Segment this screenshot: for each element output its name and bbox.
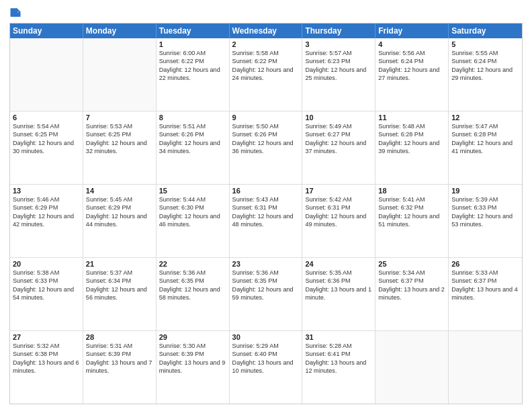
cell-info: Sunrise: 5:36 AM Sunset: 6:35 PM Dayligh… xyxy=(159,269,226,302)
cell-info: Sunrise: 5:29 AM Sunset: 6:40 PM Dayligh… xyxy=(232,342,300,375)
day-number: 5 xyxy=(451,40,519,48)
page-header xyxy=(9,7,523,19)
calendar-cell-7: 7Sunrise: 5:53 AM Sunset: 6:25 PM Daylig… xyxy=(83,111,157,184)
calendar-cell-empty xyxy=(449,331,522,404)
calendar-cell-6: 6Sunrise: 5:54 AM Sunset: 6:25 PM Daylig… xyxy=(10,111,83,184)
cell-info: Sunrise: 5:34 AM Sunset: 6:37 PM Dayligh… xyxy=(378,269,445,302)
calendar-cell-empty xyxy=(83,38,157,111)
calendar-cell-23: 23Sunrise: 5:36 AM Sunset: 6:35 PM Dayli… xyxy=(230,258,303,330)
calendar-cell-12: 12Sunrise: 5:47 AM Sunset: 6:28 PM Dayli… xyxy=(449,111,522,184)
calendar-cell-empty xyxy=(375,331,449,404)
cell-info: Sunrise: 5:47 AM Sunset: 6:28 PM Dayligh… xyxy=(451,122,519,155)
header-day-friday: Friday xyxy=(375,24,449,38)
calendar-cell-13: 13Sunrise: 5:46 AM Sunset: 6:29 PM Dayli… xyxy=(10,185,83,257)
cell-info: Sunrise: 5:38 AM Sunset: 6:33 PM Dayligh… xyxy=(13,269,80,302)
cell-info: Sunrise: 5:55 AM Sunset: 6:24 PM Dayligh… xyxy=(451,49,519,82)
calendar-cell-8: 8Sunrise: 5:51 AM Sunset: 6:26 PM Daylig… xyxy=(157,111,230,184)
cell-info: Sunrise: 5:36 AM Sunset: 6:35 PM Dayligh… xyxy=(232,269,300,302)
cell-info: Sunrise: 5:32 AM Sunset: 6:38 PM Dayligh… xyxy=(13,342,80,375)
calendar-cell-28: 28Sunrise: 5:31 AM Sunset: 6:39 PM Dayli… xyxy=(83,331,157,404)
calendar-cell-25: 25Sunrise: 5:34 AM Sunset: 6:37 PM Dayli… xyxy=(375,258,449,330)
calendar-cell-14: 14Sunrise: 5:45 AM Sunset: 6:29 PM Dayli… xyxy=(83,185,157,257)
cell-info: Sunrise: 5:44 AM Sunset: 6:30 PM Dayligh… xyxy=(159,195,226,228)
day-number: 27 xyxy=(13,333,80,341)
day-number: 9 xyxy=(232,113,300,122)
calendar-cell-20: 20Sunrise: 5:38 AM Sunset: 6:33 PM Dayli… xyxy=(10,258,83,330)
day-number: 24 xyxy=(305,260,372,268)
day-number: 19 xyxy=(451,187,519,195)
calendar-cell-4: 4Sunrise: 5:56 AM Sunset: 6:24 PM Daylig… xyxy=(375,38,449,111)
calendar-cell-19: 19Sunrise: 5:39 AM Sunset: 6:33 PM Dayli… xyxy=(449,185,522,257)
cell-info: Sunrise: 5:41 AM Sunset: 6:32 PM Dayligh… xyxy=(378,195,445,228)
calendar-cell-9: 9Sunrise: 5:50 AM Sunset: 6:26 PM Daylig… xyxy=(230,111,303,184)
day-number: 10 xyxy=(305,113,372,122)
cell-info: Sunrise: 5:51 AM Sunset: 6:26 PM Dayligh… xyxy=(159,122,226,155)
calendar-header: SundayMondayTuesdayWednesdayThursdayFrid… xyxy=(10,24,522,38)
day-number: 14 xyxy=(86,187,153,195)
cell-info: Sunrise: 5:53 AM Sunset: 6:25 PM Dayligh… xyxy=(86,122,153,155)
day-number: 17 xyxy=(305,187,372,195)
cell-info: Sunrise: 5:58 AM Sunset: 6:22 PM Dayligh… xyxy=(232,49,300,82)
cell-info: Sunrise: 5:33 AM Sunset: 6:37 PM Dayligh… xyxy=(451,269,519,302)
cell-info: Sunrise: 5:30 AM Sunset: 6:39 PM Dayligh… xyxy=(159,342,226,375)
logo-icon xyxy=(9,7,21,19)
day-number: 29 xyxy=(159,333,226,341)
cell-info: Sunrise: 5:45 AM Sunset: 6:29 PM Dayligh… xyxy=(86,195,153,228)
header-day-saturday: Saturday xyxy=(449,24,522,38)
calendar-row-3: 13Sunrise: 5:46 AM Sunset: 6:29 PM Dayli… xyxy=(10,184,522,257)
day-number: 6 xyxy=(13,113,80,122)
day-number: 2 xyxy=(232,40,300,48)
cell-info: Sunrise: 5:28 AM Sunset: 6:41 PM Dayligh… xyxy=(305,342,372,375)
day-number: 20 xyxy=(13,260,80,268)
calendar-cell-21: 21Sunrise: 5:37 AM Sunset: 6:34 PM Dayli… xyxy=(83,258,157,330)
cell-info: Sunrise: 5:48 AM Sunset: 6:28 PM Dayligh… xyxy=(378,122,445,155)
header-day-wednesday: Wednesday xyxy=(230,24,303,38)
day-number: 4 xyxy=(378,40,445,48)
calendar-cell-15: 15Sunrise: 5:44 AM Sunset: 6:30 PM Dayli… xyxy=(157,185,230,257)
cell-info: Sunrise: 5:57 AM Sunset: 6:23 PM Dayligh… xyxy=(305,49,372,82)
day-number: 3 xyxy=(305,40,372,48)
calendar-cell-1: 1Sunrise: 6:00 AM Sunset: 6:22 PM Daylig… xyxy=(157,38,230,111)
calendar-cell-17: 17Sunrise: 5:42 AM Sunset: 6:31 PM Dayli… xyxy=(302,185,375,257)
cell-info: Sunrise: 5:35 AM Sunset: 6:36 PM Dayligh… xyxy=(305,269,372,302)
cell-info: Sunrise: 5:42 AM Sunset: 6:31 PM Dayligh… xyxy=(305,195,372,228)
calendar-cell-16: 16Sunrise: 5:43 AM Sunset: 6:31 PM Dayli… xyxy=(230,185,303,257)
day-number: 21 xyxy=(86,260,153,268)
logo xyxy=(9,7,23,19)
calendar-cell-31: 31Sunrise: 5:28 AM Sunset: 6:41 PM Dayli… xyxy=(302,331,375,404)
cell-info: Sunrise: 5:37 AM Sunset: 6:34 PM Dayligh… xyxy=(86,269,153,302)
day-number: 22 xyxy=(159,260,226,268)
day-number: 31 xyxy=(305,333,372,341)
calendar-cell-18: 18Sunrise: 5:41 AM Sunset: 6:32 PM Dayli… xyxy=(375,185,449,257)
cell-info: Sunrise: 5:56 AM Sunset: 6:24 PM Dayligh… xyxy=(378,49,445,82)
day-number: 8 xyxy=(159,113,226,122)
day-number: 23 xyxy=(232,260,300,268)
cell-info: Sunrise: 5:39 AM Sunset: 6:33 PM Dayligh… xyxy=(451,195,519,228)
calendar-cell-22: 22Sunrise: 5:36 AM Sunset: 6:35 PM Dayli… xyxy=(157,258,230,330)
calendar-cell-10: 10Sunrise: 5:49 AM Sunset: 6:27 PM Dayli… xyxy=(302,111,375,184)
header-day-tuesday: Tuesday xyxy=(157,24,230,38)
day-number: 12 xyxy=(451,113,519,122)
cell-info: Sunrise: 5:31 AM Sunset: 6:39 PM Dayligh… xyxy=(86,342,153,375)
day-number: 1 xyxy=(159,40,226,48)
day-number: 16 xyxy=(232,187,300,195)
svg-rect-2 xyxy=(11,8,18,17)
cell-info: Sunrise: 5:49 AM Sunset: 6:27 PM Dayligh… xyxy=(305,122,372,155)
calendar-cell-30: 30Sunrise: 5:29 AM Sunset: 6:40 PM Dayli… xyxy=(230,331,303,404)
header-day-thursday: Thursday xyxy=(302,24,375,38)
day-number: 11 xyxy=(378,113,445,122)
calendar-cell-26: 26Sunrise: 5:33 AM Sunset: 6:37 PM Dayli… xyxy=(449,258,522,330)
header-day-monday: Monday xyxy=(83,24,157,38)
calendar-body: 1Sunrise: 6:00 AM Sunset: 6:22 PM Daylig… xyxy=(10,38,522,404)
day-number: 28 xyxy=(86,333,153,341)
calendar-cell-27: 27Sunrise: 5:32 AM Sunset: 6:38 PM Dayli… xyxy=(10,331,83,404)
day-number: 7 xyxy=(86,113,153,122)
calendar-cell-2: 2Sunrise: 5:58 AM Sunset: 6:22 PM Daylig… xyxy=(230,38,303,111)
calendar: SundayMondayTuesdayWednesdayThursdayFrid… xyxy=(9,23,523,404)
day-number: 25 xyxy=(378,260,445,268)
cell-info: Sunrise: 5:54 AM Sunset: 6:25 PM Dayligh… xyxy=(13,122,80,155)
calendar-row-5: 27Sunrise: 5:32 AM Sunset: 6:38 PM Dayli… xyxy=(10,330,522,404)
cell-info: Sunrise: 5:43 AM Sunset: 6:31 PM Dayligh… xyxy=(232,195,300,228)
calendar-cell-24: 24Sunrise: 5:35 AM Sunset: 6:36 PM Dayli… xyxy=(302,258,375,330)
day-number: 26 xyxy=(451,260,519,268)
